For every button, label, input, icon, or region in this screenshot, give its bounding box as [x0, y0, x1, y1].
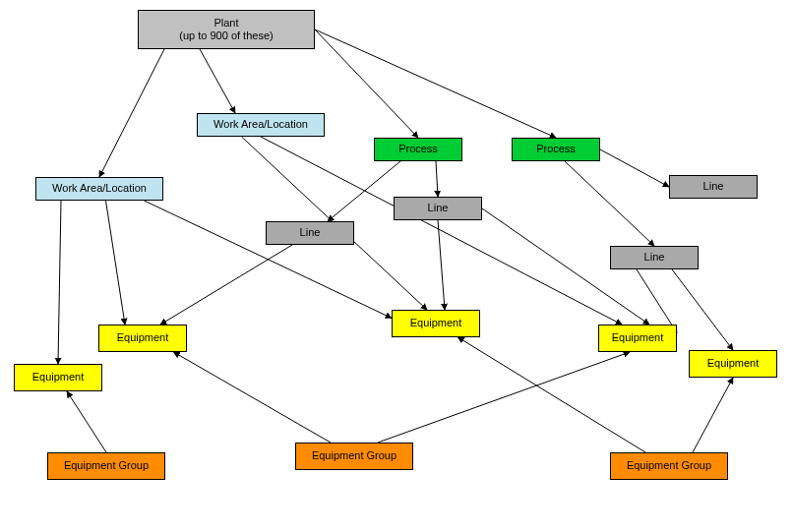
edge [565, 161, 654, 246]
label: Work Area/Location [52, 182, 147, 195]
edge [67, 391, 106, 452]
edge [174, 352, 332, 443]
label: Equipment [410, 317, 462, 329]
plant-label-line1: Plant [179, 17, 273, 30]
label: Equipment [612, 331, 664, 344]
label: Equipment [117, 331, 169, 344]
node-work-area-1: Work Area/Location [197, 113, 325, 137]
edge [200, 49, 235, 113]
node-equipment-group-2: Equipment Group [295, 443, 413, 470]
label: Equipment Group [312, 449, 396, 462]
label: Equipment Group [64, 459, 149, 472]
edge [58, 201, 61, 364]
node-line-a: Line [669, 175, 758, 199]
diagram-canvas: { "nodes": { "plant": {"label_line1":"Pl… [0, 0, 793, 532]
edge [160, 245, 292, 325]
edge [436, 161, 438, 197]
edge [637, 269, 677, 332]
node-equipment-group-3: Equipment Group [610, 452, 728, 480]
label: Line [428, 202, 449, 214]
plant-label-line2: (up to 900 of these) [179, 30, 273, 42]
node-line-c: Line [266, 221, 354, 245]
label: Line [300, 226, 321, 239]
edge [106, 201, 126, 325]
edge [672, 269, 733, 350]
edge [145, 201, 393, 318]
label: Process [398, 143, 438, 155]
label: Process [536, 143, 576, 155]
edge [328, 161, 400, 221]
node-equipment-group-1: Equipment Group [47, 452, 165, 480]
node-equipment-4: Equipment [689, 350, 777, 378]
node-process-2: Process [512, 138, 600, 161]
node-equipment-2: Equipment [392, 310, 480, 337]
node-equipment-1: Equipment [98, 325, 187, 352]
node-line-d: Line [610, 246, 699, 269]
edge [315, 30, 418, 138]
node-equipment-5: Equipment [14, 364, 102, 391]
label: Work Area/Location [214, 118, 308, 131]
label: Equipment [707, 357, 760, 370]
node-work-area-2: Work Area/Location [35, 177, 163, 201]
label: Line [644, 251, 665, 264]
edge [458, 337, 646, 452]
edge [600, 149, 669, 187]
label: Equipment Group [627, 459, 711, 472]
node-process-1: Process [374, 138, 462, 161]
edge [693, 378, 733, 452]
node-plant: Plant (up to 900 of these) [138, 10, 315, 49]
edge [99, 49, 164, 177]
label: Equipment [32, 371, 85, 384]
node-line-b: Line [394, 197, 482, 220]
edge [378, 352, 630, 443]
edge [438, 220, 445, 310]
label: Line [703, 180, 724, 193]
edge [315, 30, 556, 138]
node-equipment-3: Equipment [598, 325, 677, 352]
